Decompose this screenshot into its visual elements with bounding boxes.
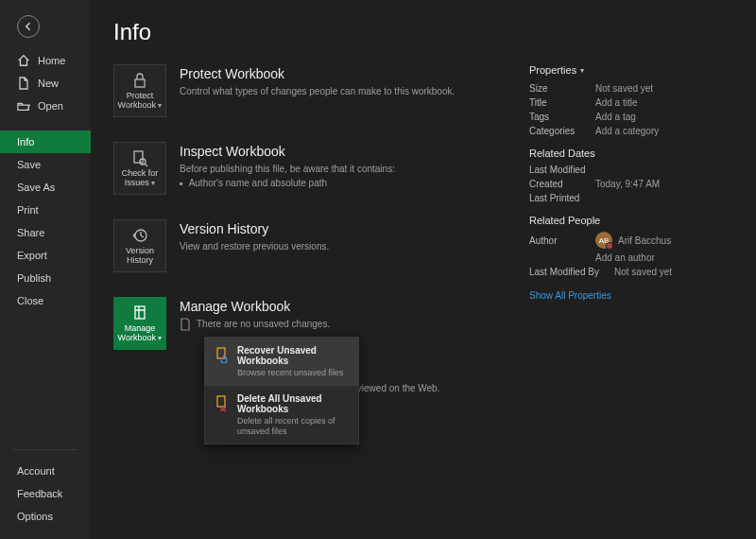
author-name: Arif Bacchus: [618, 235, 671, 246]
nav-save[interactable]: Save: [0, 153, 91, 176]
property-row: CreatedToday, 9:47 AM: [529, 179, 733, 189]
property-row: TitleAdd a title: [529, 97, 733, 108]
nav-home[interactable]: Home: [0, 49, 91, 72]
nav-label: New: [38, 78, 59, 89]
manage-workbook-button[interactable]: Manage Workbook ▾: [113, 297, 166, 350]
file-icon: [17, 77, 30, 90]
version-history-button[interactable]: Version History: [113, 219, 166, 272]
related-people-header: Related People: [529, 215, 733, 226]
property-row: SizeNot saved yet: [529, 83, 733, 94]
nav-label: Open: [38, 100, 63, 112]
chevron-down-icon: ▾: [151, 179, 155, 187]
svg-rect-0: [135, 79, 145, 87]
page-title: Info: [113, 19, 733, 45]
nav-share[interactable]: Share: [0, 221, 91, 244]
menu-item-desc: Delete all recent copies of unsaved file…: [237, 416, 349, 437]
nav-new[interactable]: New: [0, 72, 91, 95]
workbook-icon: [130, 304, 149, 322]
delete-all-unsaved-workbooks-item[interactable]: Delete All Unsaved Workbooks Delete all …: [205, 386, 358, 444]
properties-panel: Properties▾ SizeNot saved yet TitleAdd a…: [529, 64, 733, 350]
menu-item-desc: Browse recent unsaved files: [237, 368, 349, 378]
nav-label: Close: [17, 295, 43, 306]
properties-header[interactable]: Properties▾: [529, 64, 733, 76]
section-desc: There are no unsaved changes.: [180, 318, 330, 331]
nav-print[interactable]: Print: [0, 199, 91, 221]
chevron-down-icon: ▾: [158, 101, 162, 110]
nav-label: Info: [17, 136, 34, 148]
nav-label: Export: [17, 250, 47, 261]
nav-label: Share: [17, 227, 44, 238]
section-title: Protect Workbook: [180, 66, 455, 81]
nav-label: Save As: [17, 182, 55, 193]
property-row: Last Printed: [529, 193, 733, 203]
menu-item-title: Recover Unsaved Workbooks: [237, 345, 349, 366]
last-modified-by-row: Last Modified ByNot saved yet: [529, 267, 733, 277]
nav-label: Options: [17, 511, 53, 522]
avatar[interactable]: AB: [595, 232, 612, 249]
section-title: Manage Workbook: [180, 299, 330, 314]
protect-section: Protect Workbook ▾ Protect Workbook Cont…: [113, 64, 503, 117]
related-dates-header: Related Dates: [529, 148, 733, 159]
svg-rect-1: [134, 151, 143, 163]
property-row: Last Modified: [529, 165, 733, 175]
delete-icon: [215, 394, 230, 437]
document-icon: [180, 318, 191, 331]
check-for-issues-button[interactable]: Check for Issues ▾: [113, 142, 166, 195]
nav-info[interactable]: Info: [0, 130, 91, 153]
svg-rect-6: [217, 396, 225, 407]
chevron-down-icon: ▾: [158, 334, 162, 342]
add-author-row[interactable]: Add an author: [529, 252, 733, 263]
chevron-down-icon: ▾: [580, 66, 584, 75]
svg-rect-4: [135, 306, 145, 319]
arrow-left-icon: [23, 21, 34, 32]
nav-publish[interactable]: Publish: [0, 267, 91, 289]
lock-icon: [130, 71, 149, 90]
nav-label: Feedback: [17, 488, 62, 499]
inspect-bullet: Author's name and absolute path: [180, 178, 395, 188]
nav-feedback[interactable]: Feedback: [13, 482, 77, 505]
manage-workbook-menu: Recover Unsaved Workbooks Browse recent …: [204, 337, 359, 444]
author-row: Author AB Arif Bacchus: [529, 232, 733, 249]
back-button[interactable]: [17, 15, 40, 38]
recover-unsaved-workbooks-item[interactable]: Recover Unsaved Workbooks Browse recent …: [205, 338, 358, 386]
menu-item-title: Delete All Unsaved Workbooks: [237, 393, 349, 414]
nav-label: Print: [17, 204, 39, 216]
history-icon: [130, 226, 149, 245]
nav-label: Account: [17, 465, 55, 477]
section-title: Version History: [180, 221, 329, 236]
nav-export[interactable]: Export: [0, 244, 91, 267]
protect-workbook-button[interactable]: Protect Workbook ▾: [113, 64, 166, 117]
recover-icon: [215, 346, 230, 378]
nav-close[interactable]: Close: [0, 289, 91, 312]
nav-label: Save: [17, 159, 41, 170]
section-desc: Before publishing this file, be aware th…: [180, 163, 395, 176]
section-desc: Control what types of changes people can…: [180, 85, 455, 98]
version-history-section: Version History Version History View and…: [113, 219, 503, 272]
nav-open[interactable]: Open: [0, 95, 91, 117]
main-panel: Info Protect Workbook ▾ Protect Workbook…: [91, 0, 756, 539]
property-row: TagsAdd a tag: [529, 112, 733, 122]
nav-label: Publish: [17, 272, 51, 284]
folder-open-icon: [17, 99, 30, 113]
backstage-sidebar: Home New Open Info Save Save As Print Sh…: [0, 0, 91, 539]
nav-account[interactable]: Account: [13, 460, 77, 482]
nav-label: Home: [38, 55, 65, 66]
show-all-properties-link[interactable]: Show All Properties: [529, 290, 611, 301]
section-title: Inspect Workbook: [180, 144, 395, 159]
nav-save-as[interactable]: Save As: [0, 176, 91, 199]
section-desc: View and restore previous versions.: [180, 240, 329, 253]
property-row: CategoriesAdd a category: [529, 126, 733, 136]
inspect-section: Check for Issues ▾ Inspect Workbook Befo…: [113, 142, 503, 195]
inspect-icon: [130, 148, 149, 167]
home-icon: [17, 54, 30, 67]
nav-options[interactable]: Options: [13, 505, 77, 528]
